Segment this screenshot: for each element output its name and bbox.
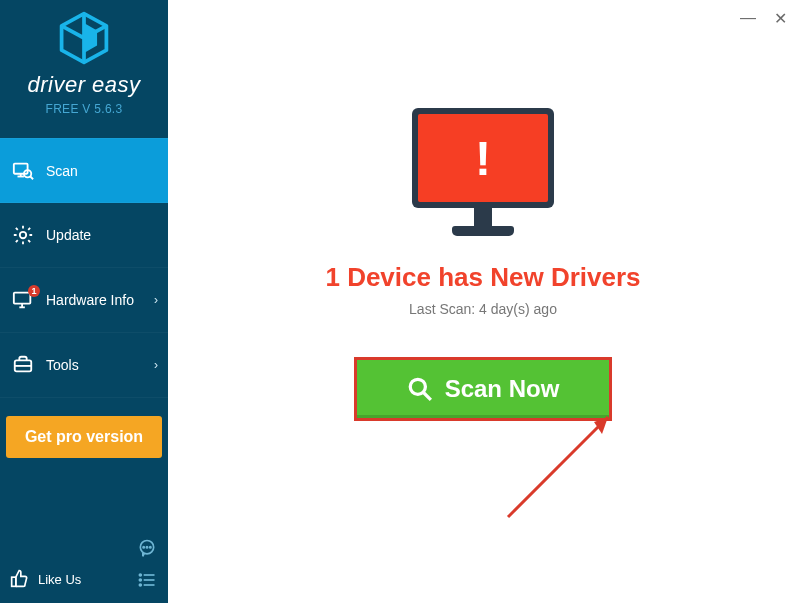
svg-line-4 [30,176,33,179]
svg-point-5 [20,232,26,238]
center-content: ! 1 Device has New Drivers Last Scan: 4 … [168,108,798,421]
svg-point-20 [139,584,141,586]
monitor-badge-icon: 1 [12,289,34,311]
sidebar-item-label: Tools [46,357,79,373]
main-panel: — ✕ ! 1 Device has New Drivers Last Scan… [168,0,798,603]
svg-point-22 [410,379,425,394]
like-us-button[interactable]: Like Us [10,568,81,591]
app-window: driver easy FREE V 5.6.3 Scan Update 1 [0,0,798,603]
gear-icon [12,224,34,246]
sidebar-menu: Scan Update 1 Hardware Info › [0,138,168,398]
window-controls: — ✕ [736,6,792,30]
headline-text: 1 Device has New Drivers [168,262,798,293]
svg-rect-11 [12,577,16,586]
badge-count: 1 [28,285,40,297]
chevron-right-icon: › [154,293,158,307]
last-scan-text: Last Scan: 4 day(s) ago [168,301,798,317]
version-label: FREE V 5.6.3 [0,102,168,116]
minimize-icon: — [740,9,756,27]
sidebar-item-label: Update [46,227,91,243]
svg-point-14 [146,547,147,548]
svg-point-15 [150,547,151,548]
sidebar-item-update[interactable]: Update [0,203,168,268]
sidebar-item-label: Hardware Info [46,292,134,308]
sidebar-item-hardware-info[interactable]: 1 Hardware Info › [0,268,168,333]
svg-line-24 [508,417,608,517]
brand-name: driver easy [0,72,168,98]
svg-point-18 [139,579,141,581]
svg-line-23 [423,392,431,400]
search-icon [407,376,433,402]
menu-list-icon[interactable] [136,569,158,591]
feedback-icon[interactable] [136,537,158,559]
svg-rect-0 [14,163,28,173]
sidebar: driver easy FREE V 5.6.3 Scan Update 1 [0,0,168,603]
svg-rect-6 [14,293,31,304]
close-button[interactable]: ✕ [768,6,792,30]
tools-icon [12,354,34,376]
logo-area: driver easy FREE V 5.6.3 [0,0,168,124]
chevron-right-icon: › [154,358,158,372]
sidebar-item-label: Scan [46,163,78,179]
sidebar-item-scan[interactable]: Scan [0,138,168,203]
close-icon: ✕ [774,9,787,28]
like-us-label: Like Us [38,572,81,587]
logo-icon [56,10,112,66]
alert-monitor-graphic: ! [412,108,554,240]
sidebar-item-tools[interactable]: Tools › [0,333,168,398]
bottom-icon-stack [136,537,158,591]
scan-now-button[interactable]: Scan Now [354,357,612,421]
get-pro-label: Get pro version [25,428,143,445]
scan-now-label: Scan Now [445,375,560,403]
svg-point-13 [143,547,144,548]
alert-exclamation-icon: ! [475,131,491,186]
scan-icon [12,160,34,182]
svg-point-16 [139,574,141,576]
thumbs-up-icon [10,568,30,591]
get-pro-button[interactable]: Get pro version [6,416,162,458]
minimize-button[interactable]: — [736,6,760,30]
sidebar-bottom: Like Us [0,529,168,603]
